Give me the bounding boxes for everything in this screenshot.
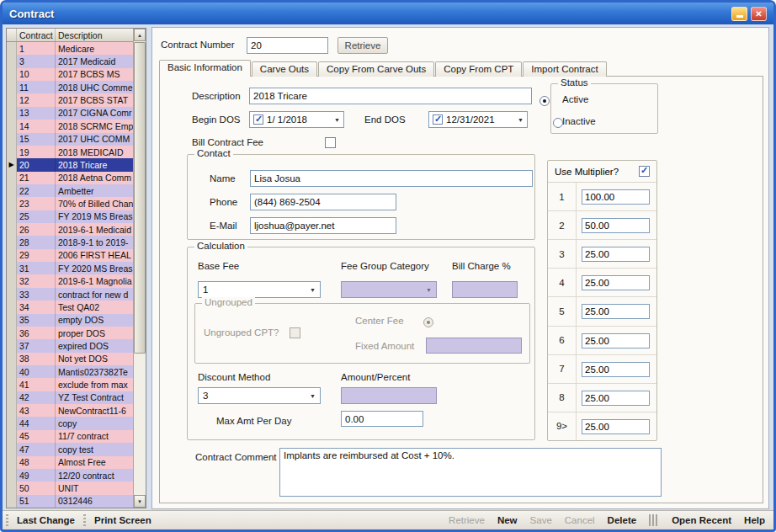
contract-row[interactable]: 47copy test [7, 443, 133, 455]
multiplier-value-input[interactable] [582, 304, 650, 319]
multiplier-value-input[interactable] [582, 189, 650, 205]
tab-copy-from-cpt[interactable]: Copy From CPT [435, 61, 522, 77]
statusbar-open-recent[interactable]: Open Recent [672, 515, 731, 525]
begin-dos-picker[interactable]: 1/ 1/2018 ▼ [249, 111, 344, 128]
multiplier-value-cell [577, 189, 656, 205]
retrieve-button[interactable]: Retrieve [338, 37, 388, 54]
row-indicator [7, 274, 17, 287]
contract-row[interactable]: 40Mantis0237382Te [7, 365, 133, 378]
basic-information-tab-page: Description Begin DOS 1/ 1/2018 ▼ End DO… [159, 76, 763, 503]
statusbar-last-change[interactable]: Last Change [17, 515, 75, 525]
contract-row[interactable]: 44copy [7, 417, 133, 429]
contract-row[interactable]: 192018 MEDICAID [7, 146, 133, 158]
multiplier-value-input[interactable] [582, 419, 650, 434]
description-input[interactable] [249, 88, 532, 104]
multiplier-value-input[interactable] [582, 391, 650, 406]
end-dos-picker[interactable]: 12/31/2021 ▼ [428, 111, 528, 128]
statusbar-help[interactable]: Help [744, 515, 765, 525]
contract-row[interactable]: 37expired DOS [7, 339, 133, 352]
contract-row[interactable]: 212018 Aetna Comm [7, 172, 133, 184]
contract-row[interactable]: 34Test QA02 [7, 301, 133, 313]
contract-row[interactable]: 292006 FIRST HEAL [7, 249, 133, 262]
use-multiplier-label: Use Multiplier? [555, 167, 619, 177]
contract-id-cell: 1 [17, 42, 56, 55]
statusbar-print-screen[interactable]: Print Screen [94, 515, 151, 525]
contact-name-input[interactable] [250, 170, 533, 187]
contract-row[interactable]: 43NewContract11-6 [7, 404, 133, 417]
contract-row[interactable]: 152017 UHC COMM [7, 133, 133, 146]
use-multiplier-checkbox[interactable] [639, 166, 650, 177]
column-header-description[interactable]: Description [56, 29, 133, 41]
contract-row[interactable]: 4511/7 contract [7, 430, 133, 443]
contact-phone-input[interactable] [250, 194, 396, 210]
statusbar-cancel: Cancel [565, 515, 595, 525]
statusbar-delete[interactable]: Delete [608, 515, 637, 525]
contract-row[interactable]: 22Ambetter [7, 184, 133, 197]
contract-description-cell: 2017 BCBS MS [56, 68, 133, 81]
end-dos-checkbox[interactable] [433, 114, 443, 125]
close-icon[interactable]: ✕ [751, 7, 767, 21]
scroll-up-icon[interactable]: ▲ [134, 29, 146, 41]
vertical-scrollbar[interactable]: ▲ ▼ [133, 29, 146, 508]
contract-row[interactable]: 38Not yet DOS [7, 353, 133, 365]
multiplier-value-input[interactable] [582, 218, 650, 233]
multiplier-value-input[interactable] [582, 333, 650, 348]
tab-import-contract[interactable]: Import Contract [523, 61, 606, 77]
contract-id-cell: 36 [17, 327, 56, 339]
multiplier-value-input[interactable] [582, 247, 650, 262]
contract-row[interactable]: 35empty DOS [7, 314, 133, 327]
statusbar-right: RetrieveNewSaveCancelDeleteOpen RecentHe… [449, 514, 773, 526]
chevron-down-icon[interactable]: ▼ [331, 117, 340, 123]
contract-row[interactable]: 32017 Medicaid [7, 55, 133, 67]
tab-carve-outs[interactable]: Carve Outs [252, 61, 317, 77]
base-fee-select[interactable]: 1 ▼ [198, 281, 321, 298]
contract-id-cell: 11 [17, 81, 56, 93]
contract-row[interactable]: 322019-6-1 Magnolia [7, 274, 133, 287]
contract-row[interactable]: 132017 CIGNA Comr [7, 107, 133, 120]
multiplier-value-input[interactable] [582, 362, 650, 377]
scroll-thumb[interactable] [134, 42, 146, 354]
contract-id-cell: 21 [17, 172, 56, 184]
minimize-icon[interactable] [731, 7, 747, 21]
scroll-down-icon[interactable]: ▼ [134, 495, 146, 508]
begin-dos-checkbox[interactable] [253, 114, 263, 125]
contract-row[interactable]: 25FY 2019 MS Breas [7, 210, 133, 223]
contract-number-input[interactable] [247, 37, 328, 54]
contract-row[interactable]: 262019-6-1 Medicaid [7, 223, 133, 236]
column-header-contract[interactable]: Contract [17, 29, 56, 41]
contract-comment-textarea[interactable]: Implants are reimbursed at Cost + 10%. [279, 448, 662, 497]
contract-row[interactable]: 4912/20 contract [7, 469, 133, 481]
chevron-down-icon[interactable]: ▼ [514, 117, 524, 123]
contract-row[interactable]: 102017 BCBS MS [7, 68, 133, 81]
contract-id-cell: 15 [17, 133, 56, 146]
statusbar-new[interactable]: New [497, 515, 518, 525]
tab-copy-from-carve-outs[interactable]: Copy From Carve Outs [318, 61, 434, 77]
contract-row[interactable]: 36proper DOS [7, 327, 133, 339]
contract-row[interactable]: 31FY 2020 MS Breas [7, 262, 133, 274]
contract-row[interactable]: 142018 SCRMC Emp [7, 120, 133, 132]
contract-row[interactable]: 33contract for new d [7, 288, 133, 301]
contract-row[interactable]: ▶202018 Tricare [7, 158, 133, 171]
contract-row[interactable]: 1Medicare [7, 42, 133, 55]
tab-basic-information[interactable]: Basic Information [159, 60, 251, 77]
contract-row[interactable]: 41exclude from max [7, 378, 133, 391]
multiplier-row: 4 [548, 268, 656, 296]
title-bar[interactable]: Contract ✕ [3, 3, 773, 24]
contract-row[interactable]: 2370% of Billed Chan [7, 197, 133, 210]
max-amt-per-day-input[interactable] [341, 411, 423, 427]
contract-row[interactable]: 50UNIT [7, 481, 133, 494]
status-inactive-radio[interactable] [553, 118, 563, 128]
status-active-radio[interactable] [539, 96, 550, 106]
contract-row[interactable]: 282018-9-1 to 2019- [7, 236, 133, 248]
ungrouped-label: Ungrouped [202, 297, 255, 307]
contract-row[interactable]: 42YZ Test Contract [7, 391, 133, 404]
multiplier-value-input[interactable] [582, 275, 650, 290]
contract-row[interactable]: 122017 BCBS STAT [7, 93, 133, 106]
contract-description-cell: 2018-9-1 to 2019- [56, 236, 133, 248]
contract-row[interactable]: 510312446 [7, 495, 133, 508]
contract-row[interactable]: 48Almost Free [7, 456, 133, 469]
bill-contract-fee-checkbox[interactable] [325, 137, 336, 148]
discount-method-select[interactable]: 3 ▼ [198, 387, 321, 404]
contact-email-input[interactable] [250, 217, 396, 234]
contract-row[interactable]: 112018 UHC Comme [7, 81, 133, 93]
